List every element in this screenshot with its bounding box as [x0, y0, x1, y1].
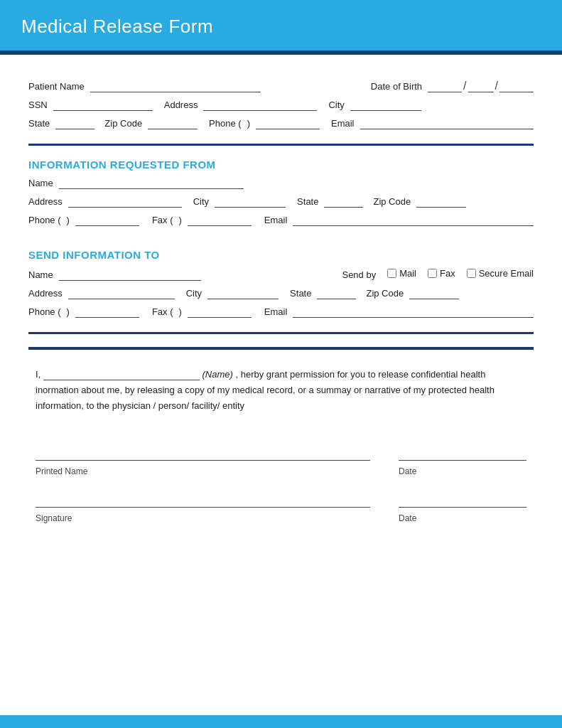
form-title: Medical Release Form — [21, 16, 213, 37]
form-content: Patient Name Date of Birth / / SSN Addre… — [0, 55, 562, 715]
dob-month-input[interactable] — [428, 81, 462, 92]
patient-name-dob-row: Patient Name Date of Birth / / — [28, 80, 534, 92]
consent-text-before: I, — [36, 369, 40, 380]
send-zip-label: Zip Code — [366, 288, 404, 299]
address-input[interactable] — [203, 100, 317, 111]
zip-input[interactable] — [148, 118, 198, 129]
patient-name-input[interactable] — [90, 81, 261, 92]
phone-suffix: ) — [247, 118, 250, 129]
mail-checkbox[interactable] — [387, 269, 396, 278]
info-phone-input[interactable] — [75, 215, 139, 226]
info-fax-input[interactable] — [188, 215, 252, 226]
info-requested-section: INFORMATION REQUESTED FROM Name Address … — [28, 159, 534, 226]
state-input[interactable] — [55, 118, 94, 129]
send-email-input[interactable] — [293, 306, 534, 318]
info-fax-label: Fax ( — [152, 215, 173, 225]
printed-name-input[interactable] — [36, 449, 370, 461]
patient-section: Patient Name Date of Birth / / SSN Addre… — [28, 69, 534, 146]
fax-checkbox[interactable] — [428, 269, 437, 278]
ssn-label: SSN — [28, 100, 48, 110]
info-addr-label: Address — [28, 196, 63, 207]
dob-group: / / — [428, 80, 534, 92]
info-zip-label: Zip Code — [373, 196, 411, 207]
send-city-label: City — [186, 288, 202, 299]
consent-name-input[interactable] — [43, 369, 200, 380]
fax-label: Fax — [440, 268, 455, 279]
printed-name-label: Printed Name — [36, 466, 370, 476]
form-header: Medical Release Form — [0, 0, 562, 50]
info-addr-input[interactable] — [68, 196, 182, 208]
info-name-row: Name — [28, 178, 534, 189]
email-label: Email — [331, 118, 355, 129]
footer-bar — [0, 715, 562, 728]
info-state-label: State — [297, 196, 318, 207]
send-by-label: Send by — [342, 269, 376, 280]
city-input[interactable] — [350, 100, 421, 111]
signature-input[interactable] — [36, 496, 370, 508]
info-phone-label: Phone ( — [28, 215, 61, 225]
phone-label: Phone ( — [209, 118, 242, 129]
info-phone-suffix: ) — [67, 215, 70, 225]
phone-input[interactable] — [256, 118, 320, 129]
send-fax2-suffix: ) — [179, 306, 182, 317]
info-sections: INFORMATION REQUESTED FROM Name Address … — [28, 146, 534, 334]
date2-label: Date — [399, 513, 526, 523]
info-addr-row: Address City State Zip Code — [28, 196, 534, 208]
send-zip-input[interactable] — [409, 288, 459, 299]
send-addr-label: Address — [28, 288, 63, 299]
send-city-input[interactable] — [207, 288, 279, 299]
info-name-input[interactable] — [59, 178, 244, 189]
address-label: Address — [164, 100, 198, 110]
email-input[interactable] — [360, 118, 534, 129]
send-by-group: Mail Fax Secure Email — [387, 268, 534, 279]
state-zip-phone-email-row: State Zip Code Phone ( ) Email — [28, 118, 534, 129]
secure-email-checkbox[interactable] — [467, 269, 476, 278]
send-state-input[interactable] — [317, 288, 356, 299]
send-addr-input[interactable] — [68, 288, 175, 299]
send-phone-row: Phone ( ) Fax ( ) Email — [28, 306, 534, 318]
consent-section: I, (Name) , herby grant permission for y… — [28, 350, 534, 421]
date1-group: Date — [399, 449, 526, 476]
printed-name-row: Printed Name Date — [36, 449, 526, 476]
signature-group: Signature — [36, 496, 370, 523]
info-email-input[interactable] — [293, 215, 534, 226]
send-name-label: Name — [28, 269, 53, 280]
state-label: State — [28, 118, 50, 129]
send-phone-input[interactable] — [75, 306, 139, 318]
page: Medical Release Form Patient Name Date o… — [0, 0, 562, 728]
dob-day-input[interactable] — [468, 81, 494, 92]
signature-label: Signature — [36, 513, 370, 523]
info-fax-suffix: ) — [179, 215, 182, 225]
signature-row: Signature Date — [36, 496, 526, 523]
send-name-row: Name Send by Mail Fax — [28, 268, 534, 281]
date2-group: Date — [399, 496, 526, 523]
info-city-input[interactable] — [215, 196, 286, 208]
dob-slash-1: / — [463, 80, 466, 92]
consent-name-italic: (Name) — [202, 369, 232, 380]
send-info-section: SEND INFORMATION TO Name Send by Mail — [28, 233, 534, 318]
mail-checkbox-item: Mail — [387, 268, 416, 279]
dob-slash-2: / — [495, 80, 498, 92]
info-requested-heading: INFORMATION REQUESTED FROM — [28, 159, 534, 171]
send-addr-row: Address City State Zip Code — [28, 288, 534, 299]
send-fax2-input[interactable] — [188, 306, 252, 318]
send-phone-label: Phone ( — [28, 306, 61, 317]
send-email-label: Email — [264, 306, 288, 317]
info-zip-input[interactable] — [416, 196, 466, 208]
printed-name-group: Printed Name — [36, 449, 370, 476]
send-fax2-label: Fax ( — [152, 306, 173, 317]
patient-name-label: Patient Name — [28, 81, 85, 92]
mail-label: Mail — [399, 268, 416, 279]
send-phone-suffix: ) — [67, 306, 70, 317]
zip-label: Zip Code — [104, 118, 142, 129]
info-state-input[interactable] — [324, 196, 363, 208]
date2-input[interactable] — [399, 496, 526, 508]
send-name-input[interactable] — [59, 269, 201, 281]
info-phone-row: Phone ( ) Fax ( ) Email — [28, 215, 534, 226]
secure-email-checkbox-item: Secure Email — [467, 268, 534, 279]
info-email-label: Email — [264, 215, 288, 225]
ssn-input[interactable] — [53, 100, 153, 111]
dob-year-input[interactable] — [499, 81, 534, 92]
secure-email-label: Secure Email — [479, 268, 534, 279]
date1-input[interactable] — [399, 449, 526, 461]
